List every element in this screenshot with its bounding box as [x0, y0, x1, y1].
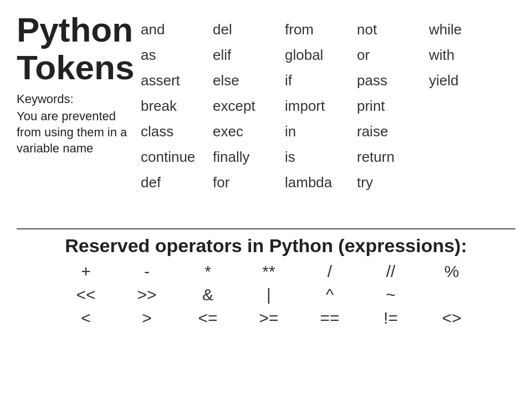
keyword-cell: raise — [355, 119, 427, 144]
operator-cell: != — [360, 309, 421, 328]
operators-row: <<>>&|^~ — [22, 285, 510, 304]
keyword-cell: print — [355, 93, 427, 119]
operator-cell: >> — [116, 285, 177, 304]
keyword-cell: else — [211, 68, 283, 93]
page-title: Python Tokens — [17, 11, 139, 86]
keywords-label: Keywords: — [17, 92, 139, 106]
keyword-cell: del — [211, 17, 283, 42]
operator-cell: * — [177, 262, 238, 281]
operator-cell: <> — [421, 309, 482, 328]
keyword-cell: def — [139, 170, 211, 195]
operator-cell: + — [55, 262, 116, 281]
keyword-cell: not — [355, 17, 427, 42]
keyword-cell: from — [283, 17, 355, 42]
page: Python Tokens Keywords: You are prevente… — [0, 0, 532, 399]
operator-cell: >= — [238, 309, 299, 328]
operator-cell: << — [55, 285, 116, 304]
keyword-cell: except — [211, 93, 283, 119]
operator-cell: - — [116, 262, 177, 281]
operator-cell: <= — [177, 309, 238, 328]
keyword-cell: finally — [211, 144, 283, 170]
keywords-grid: anddelfromnotwhileaselifglobalorwithasse… — [139, 17, 515, 221]
keyword-cell: and — [139, 17, 211, 42]
keyword-cell — [427, 119, 499, 144]
keyword-cell: as — [139, 42, 211, 68]
left-panel: Python Tokens Keywords: You are prevente… — [17, 11, 139, 156]
operators-row: <><=>===!=<> — [22, 309, 510, 328]
keyword-cell: assert — [139, 68, 211, 93]
keyword-cell: if — [283, 68, 355, 93]
operator-cell: > — [116, 309, 177, 328]
keyword-cell: for — [211, 170, 283, 195]
operators-section: +-***///%<<>>&|^~<><=>===!=<> — [17, 262, 515, 332]
keyword-cell: elif — [211, 42, 283, 68]
top-section: Python Tokens Keywords: You are prevente… — [17, 11, 515, 221]
keywords-desc: You are prevented from using them in a v… — [17, 109, 139, 156]
operator-cell: // — [360, 262, 421, 281]
keyword-cell: yield — [427, 68, 499, 93]
reserved-operators-title: Reserved operators in Python (expression… — [17, 235, 515, 257]
operator-cell: ~ — [360, 285, 421, 304]
keyword-cell: in — [283, 119, 355, 144]
keyword-cell: is — [283, 144, 355, 170]
keyword-cell: exec — [211, 119, 283, 144]
keyword-cell: global — [283, 42, 355, 68]
keyword-cell: continue — [139, 144, 211, 170]
operator-cell: < — [55, 309, 116, 328]
keyword-cell — [427, 170, 499, 195]
operator-cell: ** — [238, 262, 299, 281]
keyword-cell: or — [355, 42, 427, 68]
operator-cell: % — [421, 262, 482, 281]
keyword-cell: lambda — [283, 170, 355, 195]
keyword-cell: while — [427, 17, 499, 42]
operator-cell: | — [238, 285, 299, 304]
divider — [17, 228, 515, 229]
keyword-cell: pass — [355, 68, 427, 93]
operator-cell: & — [177, 285, 238, 304]
keyword-cell: return — [355, 144, 427, 170]
keyword-cell: import — [283, 93, 355, 119]
keyword-cell — [427, 93, 499, 119]
keyword-cell: try — [355, 170, 427, 195]
keyword-cell — [427, 144, 499, 170]
keyword-cell: class — [139, 119, 211, 144]
operator-cell: ^ — [299, 285, 360, 304]
keyword-cell: break — [139, 93, 211, 119]
operator-cell: == — [299, 309, 360, 328]
keyword-cell: with — [427, 42, 499, 68]
operator-cell: / — [299, 262, 360, 281]
operators-row: +-***///% — [22, 262, 510, 281]
